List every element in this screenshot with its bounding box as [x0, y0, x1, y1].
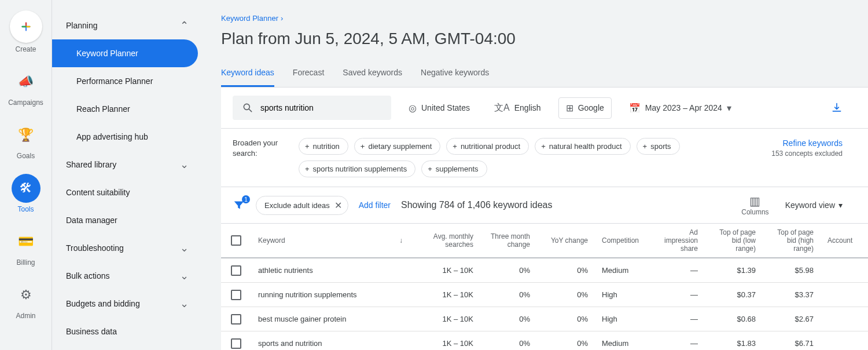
table-row[interactable]: athletic nutrients1K – 10K0%0%Medium—$1.… — [221, 258, 868, 283]
table-header: Keyword ↓Avg. monthly searches Three mon… — [221, 224, 868, 258]
megaphone-icon: 📣 — [11, 67, 40, 96]
broaden-chip[interactable]: +natural health product — [535, 138, 630, 155]
cell-impression: — — [653, 310, 705, 328]
sidebar-budgets-bidding[interactable]: Budgets and bidding⌄ — [52, 290, 203, 318]
col-volume[interactable]: ↓Avg. monthly searches — [392, 228, 480, 253]
rail-create-label: Create — [15, 45, 36, 53]
add-filter-button[interactable]: Add filter — [359, 200, 391, 210]
breadcrumb[interactable]: Keyword Planner › — [221, 14, 868, 23]
columns-button[interactable]: ▥ Columns — [741, 194, 768, 216]
row-checkbox[interactable] — [231, 338, 241, 349]
keyword-view-toggle[interactable]: Keyword view ▾ — [785, 200, 843, 210]
rail-billing-label: Billing — [16, 258, 35, 267]
col-impression[interactable]: Ad impression share — [653, 224, 705, 257]
rail-goals[interactable]: 🏆 Goals — [12, 121, 41, 160]
cell-account — [821, 315, 855, 324]
cell-high-bid: $3.37 — [763, 286, 821, 304]
broaden-chip[interactable]: +sports — [637, 138, 680, 155]
download-icon[interactable] — [831, 102, 843, 114]
cell-low-bid: $1.83 — [705, 334, 763, 350]
broaden-chip[interactable]: +dietary supplement — [354, 138, 440, 155]
cell-low-bid: $0.37 — [705, 286, 763, 304]
row-checkbox[interactable] — [231, 265, 241, 276]
broaden-chip[interactable]: +nutritional product — [446, 138, 529, 155]
tab-saved-keywords[interactable]: Saved keywords — [343, 60, 402, 87]
cell-yoy: 0% — [537, 310, 595, 328]
sidebar-bulk-actions[interactable]: Bulk actions⌄ — [52, 262, 203, 290]
location-filter[interactable]: ◎ United States — [402, 98, 477, 118]
sidebar-reach-planner[interactable]: Reach Planner — [52, 95, 198, 123]
rail-create[interactable]: Create — [10, 10, 42, 53]
cell-impression: — — [653, 261, 705, 279]
cell-competition: Medium — [595, 261, 653, 279]
broaden-label: Broaden your search: — [233, 138, 285, 159]
search-box[interactable] — [233, 96, 391, 120]
plus-icon: + — [643, 142, 648, 151]
cell-impression: — — [653, 286, 705, 304]
broaden-chip[interactable]: +supplements — [421, 161, 487, 177]
left-rail: Create 📣 Campaigns 🏆 Goals 🛠 Tools 💳 Bil… — [0, 0, 52, 350]
wrench-icon: 🛠 — [12, 174, 41, 203]
broaden-chip[interactable]: +nutrition — [299, 138, 348, 155]
col-account[interactable]: Account — [821, 232, 855, 249]
sidebar-content-suitability[interactable]: Content suitability — [52, 178, 203, 206]
col-keyword[interactable]: Keyword — [251, 232, 392, 249]
close-icon[interactable]: ✕ — [334, 200, 342, 211]
tab-forecast[interactable]: Forecast — [293, 60, 324, 87]
filter-count-badge: 1 — [242, 195, 250, 203]
cell-yoy: 0% — [537, 334, 595, 350]
cell-keyword: athletic nutrients — [251, 261, 392, 279]
sidebar-business-data[interactable]: Business data — [52, 318, 203, 345]
language-filter[interactable]: 文A English — [487, 97, 548, 119]
rail-campaigns[interactable]: 📣 Campaigns — [8, 67, 43, 107]
col-low-bid[interactable]: Top of page bid (low range) — [705, 224, 763, 257]
broaden-chip[interactable]: +sports nutrition supplements — [299, 161, 415, 177]
cell-three-month: 0% — [480, 261, 537, 279]
sidebar-shared-library[interactable]: Shared library⌄ — [52, 151, 203, 178]
sidebar-planning[interactable]: Planning ⌃ — [52, 12, 203, 39]
rail-tools-label: Tools — [17, 205, 34, 213]
cell-competition: High — [595, 310, 653, 328]
sidebar-troubleshooting[interactable]: Troubleshooting⌄ — [52, 234, 203, 262]
rail-billing[interactable]: 💳 Billing — [12, 227, 41, 267]
table-row[interactable]: sports and nutrition1K – 10K0%0%Medium—$… — [221, 331, 868, 350]
chevron-down-icon: ⌄ — [180, 242, 189, 254]
rail-tools[interactable]: 🛠 Tools — [12, 174, 41, 213]
table-row[interactable]: running nutrition supplements1K – 10K0%0… — [221, 283, 868, 307]
cell-three-month: 0% — [480, 310, 537, 328]
sidebar-performance-planner[interactable]: Performance Planner — [52, 67, 198, 95]
cell-account — [821, 290, 855, 300]
tabs: Keyword ideas Forecast Saved keywords Ne… — [221, 60, 868, 88]
search-input[interactable] — [260, 103, 382, 112]
select-all-checkbox[interactable] — [231, 235, 241, 246]
col-yoy[interactable]: YoY change — [537, 232, 595, 249]
rail-admin-label: Admin — [16, 312, 35, 320]
tab-keyword-ideas[interactable]: Keyword ideas — [221, 60, 274, 87]
sidebar-keyword-planner[interactable]: Keyword Planner — [52, 39, 198, 67]
funnel-icon[interactable]: 1 — [233, 199, 245, 212]
cell-account — [821, 266, 855, 275]
cell-low-bid: $1.39 — [705, 261, 763, 279]
rail-admin[interactable]: ⚙ Admin — [12, 280, 41, 320]
col-high-bid[interactable]: Top of page bid (high range) — [763, 224, 821, 257]
tab-negative-keywords[interactable]: Negative keywords — [421, 60, 489, 87]
network-filter[interactable]: ⊞ Google — [558, 97, 612, 119]
cell-account — [821, 339, 855, 348]
search-icon — [242, 102, 253, 114]
refine-keywords-link[interactable]: Refine keywords — [783, 138, 843, 148]
columns-icon: ▥ — [749, 194, 760, 208]
broaden-chips: +nutrition+dietary supplement+nutritiona… — [299, 138, 757, 177]
date-range-filter[interactable]: 📅 May 2023 – Apr 2024 ▾ — [622, 98, 738, 118]
cell-impression: — — [653, 334, 705, 350]
col-three-month[interactable]: Three month change — [480, 228, 537, 253]
table-row[interactable]: best muscle gainer protein1K – 10K0%0%Hi… — [221, 307, 868, 331]
sidebar-app-hub[interactable]: App advertising hub — [52, 123, 198, 151]
row-checkbox[interactable] — [231, 314, 241, 325]
row-checkbox[interactable] — [231, 290, 241, 300]
cell-three-month: 0% — [480, 334, 537, 350]
refine-panel: Refine keywords 153 concepts excluded — [771, 138, 843, 158]
col-competition[interactable]: Competition — [595, 232, 653, 249]
sidebar-data-manager[interactable]: Data manager — [52, 206, 203, 234]
cell-high-bid: $2.67 — [763, 310, 821, 328]
translate-icon: 文A — [494, 102, 510, 114]
